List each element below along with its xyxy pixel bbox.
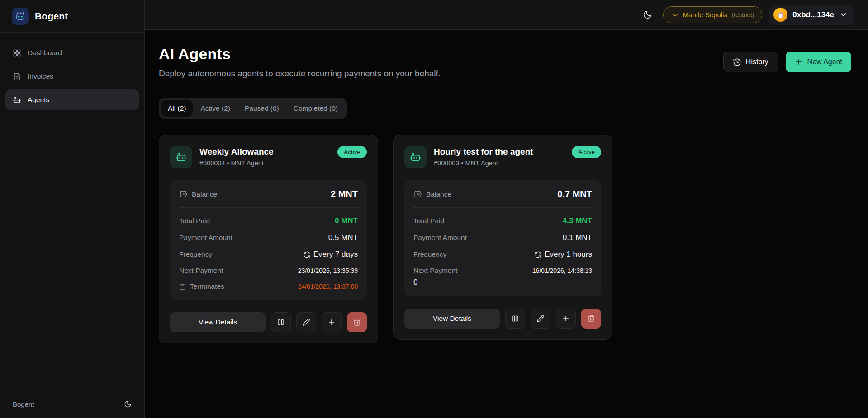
- chevron-down-icon: [839, 10, 848, 19]
- next-payment-label: Next Payment: [179, 267, 223, 275]
- header-actions: History New Agent: [723, 52, 851, 72]
- trash-icon: [587, 315, 595, 323]
- balance-label: Balance: [179, 190, 217, 198]
- next-payment-label: Next Payment: [413, 267, 457, 275]
- plus-icon: [327, 318, 336, 326]
- agent-card-header: Weekly Allowance #000004 • MNT Agent Act…: [170, 146, 367, 168]
- agent-card: Weekly Allowance #000004 • MNT Agent Act…: [159, 135, 378, 343]
- pause-button[interactable]: [505, 309, 525, 329]
- network-suffix: (testnet): [732, 11, 754, 18]
- agent-card-actions: View Details: [170, 312, 367, 332]
- add-funds-button[interactable]: [322, 312, 342, 332]
- dashboard-icon: [13, 49, 21, 57]
- wallet-button[interactable]: 0xbd...134e: [769, 5, 854, 25]
- sidebar-item-dashboard[interactable]: Dashboard: [5, 42, 139, 63]
- balance-row: Balance 2 MNT: [179, 189, 358, 199]
- frequency-value: Every 7 days: [304, 250, 358, 259]
- plus-icon: [562, 315, 570, 323]
- status-badge: Active: [337, 146, 367, 158]
- history-label: History: [746, 58, 768, 66]
- agent-card-titles: Weekly Allowance #000004 • MNT Agent: [199, 146, 274, 168]
- sidebar-item-invoices[interactable]: Invoices: [5, 66, 139, 87]
- app-title: Bogent: [35, 11, 68, 22]
- moon-icon[interactable]: [124, 400, 132, 408]
- new-agent-label: New Agent: [807, 58, 842, 66]
- footer-brand-label: Bogent: [13, 400, 34, 408]
- main-content: AI Agents Deploy autonomous agents to ex…: [145, 30, 868, 418]
- refresh-icon: [304, 251, 310, 258]
- tab-completed[interactable]: Completed (0): [287, 100, 345, 117]
- view-details-button[interactable]: View Details: [170, 312, 266, 332]
- payment-amount-row: Payment Amount 0.5 MNT: [179, 233, 358, 242]
- payment-amount-label: Payment Amount: [179, 234, 232, 242]
- new-agent-button[interactable]: New Agent: [786, 52, 851, 72]
- balance-value: 0.7 MNT: [557, 189, 592, 199]
- pencil-icon: [536, 315, 545, 323]
- add-funds-button[interactable]: [556, 309, 576, 329]
- next-payment-row: Next Payment 23/01/2026, 13:35:39: [179, 267, 358, 275]
- bogent-logo-icon: [12, 8, 29, 25]
- robot-icon: [404, 146, 427, 168]
- total-paid-row: Total Paid 0 MNT: [179, 216, 358, 225]
- edit-button[interactable]: [531, 309, 550, 329]
- theme-toggle-button[interactable]: [640, 7, 656, 23]
- frequency-value: Every 1 hours: [535, 250, 592, 259]
- sidebar-footer: Bogent: [0, 390, 144, 418]
- agent-name: Weekly Allowance: [199, 147, 274, 157]
- wallet-address: 0xbd...134e: [792, 10, 834, 19]
- extra-value: 0: [413, 278, 592, 287]
- pencil-icon: [302, 318, 310, 326]
- agent-card-titles: Hourly test for the agent #000003 • MNT …: [434, 146, 533, 168]
- view-details-button[interactable]: View Details: [404, 309, 500, 329]
- wallet-icon: [413, 190, 422, 198]
- frequency-label: Frequency: [413, 250, 446, 258]
- balance-label: Balance: [413, 190, 451, 198]
- agent-card-actions: View Details: [404, 309, 601, 329]
- content-column: Mantle Sepolia (testnet) 0xbd...134e: [145, 0, 868, 418]
- divider: [179, 207, 358, 208]
- history-icon: [733, 58, 741, 66]
- total-paid-value: 4.3 MNT: [563, 216, 592, 225]
- pause-icon: [276, 318, 285, 327]
- wallet-icon: [179, 190, 188, 198]
- history-button[interactable]: History: [723, 52, 778, 72]
- sidebar: Bogent Dashboard Invoices Agents: [0, 0, 145, 418]
- plus-icon: [795, 58, 803, 66]
- frequency-row: Frequency Every 1 hours: [413, 250, 592, 259]
- robot-icon: [13, 96, 21, 104]
- payment-amount-label: Payment Amount: [413, 234, 467, 242]
- invoices-icon: [13, 72, 21, 81]
- page-header: AI Agents Deploy autonomous agents to ex…: [159, 45, 851, 79]
- terminates-row: Terminates 24/01/2026, 13:37:00: [179, 282, 358, 291]
- terminates-value: 24/01/2026, 13:37:00: [298, 283, 358, 290]
- agent-name: Hourly test for the agent: [434, 147, 533, 157]
- pause-icon: [511, 314, 520, 323]
- edit-button[interactable]: [296, 312, 316, 332]
- payment-amount-value: 0.1 MNT: [563, 233, 592, 242]
- filter-tabs: All (2) Active (2) Paused (0) Completed …: [159, 98, 347, 119]
- network-badge[interactable]: Mantle Sepolia (testnet): [663, 6, 763, 23]
- status-badge: Active: [572, 146, 601, 158]
- next-payment-value: 16/01/2026, 14:38:13: [532, 267, 592, 274]
- tab-paused[interactable]: Paused (0): [238, 100, 286, 117]
- refresh-icon: [535, 251, 541, 258]
- sidebar-item-agents[interactable]: Agents: [5, 89, 139, 110]
- pause-button[interactable]: [271, 312, 291, 332]
- tab-active[interactable]: Active (2): [194, 100, 237, 117]
- payment-amount-row: Payment Amount 0.1 MNT: [413, 233, 592, 242]
- divider: [413, 207, 592, 208]
- balance-value: 2 MNT: [331, 189, 358, 199]
- network-name: Mantle Sepolia: [683, 11, 728, 19]
- next-payment-row: Next Payment 16/01/2026, 14:38:13: [413, 267, 592, 275]
- terminates-label: Terminates: [179, 282, 224, 291]
- agent-card: Hourly test for the agent #000003 • MNT …: [393, 135, 612, 340]
- payment-amount-value: 0.5 MNT: [328, 233, 358, 242]
- agent-id: #000004 • MNT Agent: [199, 160, 274, 167]
- page-title: AI Agents: [159, 45, 441, 63]
- calendar-icon: [179, 283, 186, 290]
- total-paid-label: Total Paid: [413, 217, 444, 225]
- delete-button[interactable]: [347, 312, 367, 332]
- delete-button[interactable]: [581, 309, 601, 329]
- topbar: Mantle Sepolia (testnet) 0xbd...134e: [145, 0, 868, 30]
- tab-all[interactable]: All (2): [161, 100, 193, 117]
